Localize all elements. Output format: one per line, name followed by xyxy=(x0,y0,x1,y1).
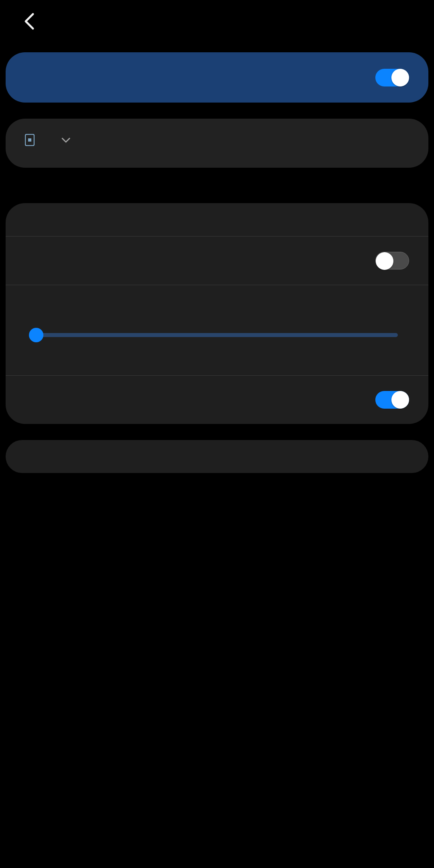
master-toggle[interactable] xyxy=(375,69,409,86)
auto-reverse-toggle[interactable] xyxy=(375,391,409,409)
back-icon[interactable] xyxy=(19,12,39,31)
transparency-row xyxy=(6,285,428,376)
toggle-knob xyxy=(391,391,409,409)
hide-content-row[interactable] xyxy=(6,237,428,285)
settings-app-icon xyxy=(25,134,35,146)
toggle-knob xyxy=(391,69,409,86)
svg-rect-1 xyxy=(28,138,31,142)
notifications-to-show-row[interactable] xyxy=(6,440,428,473)
settings-group-1 xyxy=(6,203,428,424)
slider-thumb[interactable] xyxy=(29,328,43,342)
auto-reverse-text-group xyxy=(25,399,363,401)
section-description xyxy=(0,168,434,203)
chevron-down-icon xyxy=(61,137,71,143)
toggle-knob xyxy=(376,252,393,270)
auto-reverse-row[interactable] xyxy=(6,376,428,424)
app-bar xyxy=(0,0,434,48)
view-style-row[interactable] xyxy=(6,203,428,237)
preview-header-row xyxy=(25,134,409,146)
slider-track xyxy=(36,333,398,337)
settings-group-2 xyxy=(6,440,428,473)
lockscreen-preview xyxy=(6,119,428,168)
hide-content-toggle[interactable] xyxy=(375,252,409,269)
master-toggle-row[interactable] xyxy=(6,52,428,103)
transparency-slider[interactable] xyxy=(36,328,398,342)
